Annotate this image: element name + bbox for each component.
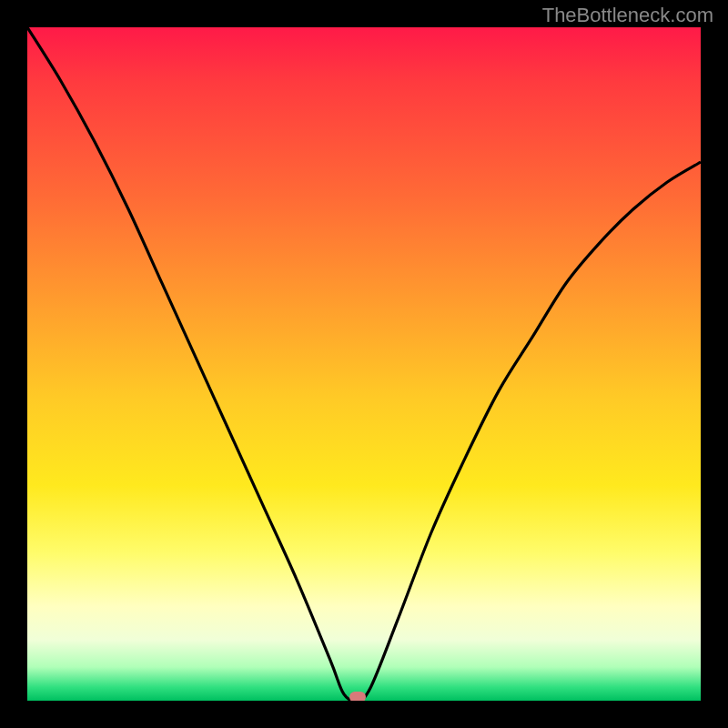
watermark-text: TheBottleneck.com xyxy=(542,4,713,27)
optimum-marker xyxy=(349,692,366,701)
bottleneck-curve xyxy=(27,27,701,701)
plot-area xyxy=(27,27,701,701)
